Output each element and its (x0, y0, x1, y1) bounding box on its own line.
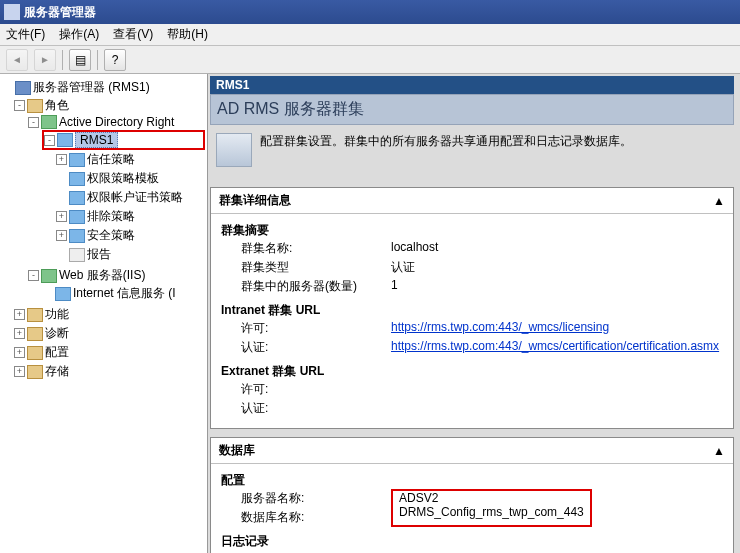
label-certification: 认证: (221, 339, 391, 356)
label-server-count: 群集中的服务器(数量) (221, 278, 391, 295)
section-extranet: Extranet 群集 URL (221, 363, 723, 380)
tree-adrms[interactable]: Active Directory Right (59, 115, 174, 129)
section-config-db: 配置 (221, 472, 723, 489)
expand-icon[interactable]: + (14, 366, 25, 377)
menu-view[interactable]: 查看(V) (113, 26, 153, 43)
section-summary: 群集摘要 (221, 222, 723, 239)
policy-icon (69, 191, 85, 205)
value-cluster-name: localhost (391, 240, 723, 257)
value-ext-licensing (391, 381, 723, 398)
label-licensing: 许可: (221, 320, 391, 337)
server-icon (15, 81, 31, 95)
cluster-detail-panel: 群集详细信息▲ 群集摘要 群集名称:localhost 群集类型认证 群集中的服… (210, 187, 734, 429)
value-db-name: DRMS_Config_rms_twp_com_443 (399, 505, 584, 519)
policy-icon (69, 210, 85, 224)
link-certification[interactable]: https://rms.twp.com:443/_wmcs/certificat… (391, 339, 719, 353)
app-icon (4, 4, 20, 20)
title-bar: 服务器管理器 (0, 0, 740, 24)
tree-diag[interactable]: 诊断 (45, 325, 69, 342)
section-intranet: Intranet 群集 URL (221, 302, 723, 319)
expand-icon[interactable]: - (44, 135, 55, 146)
value-db-server: ADSV2 (399, 491, 584, 505)
expand-icon[interactable]: - (28, 117, 39, 128)
expand-icon[interactable]: + (56, 154, 67, 165)
content-pane: RMS1 AD RMS 服务器群集 配置群集设置。群集中的所有服务器共享通用配置… (208, 74, 740, 553)
label-cluster-type: 群集类型 (221, 259, 391, 276)
menu-bar: 文件(F) 操作(A) 查看(V) 帮助(H) (0, 24, 740, 46)
show-hide-tree-button[interactable]: ▤ (69, 49, 91, 71)
label-db-name: 数据库名称: (221, 509, 391, 526)
label-cluster-name: 群集名称: (221, 240, 391, 257)
config-icon (27, 346, 43, 360)
collapse-icon[interactable]: ▲ (713, 444, 725, 458)
page-description: 配置群集设置。群集中的所有服务器共享通用配置和日志记录数据库。 (260, 133, 632, 150)
tree-trust[interactable]: 信任策略 (87, 151, 135, 168)
cluster-icon (216, 133, 252, 167)
report-icon (69, 248, 85, 262)
help-button[interactable]: ? (104, 49, 126, 71)
tree-rms1[interactable]: RMS1 (75, 132, 118, 148)
storage-icon (27, 365, 43, 379)
label-ext-licensing: 许可: (221, 381, 391, 398)
toolbar-sep (62, 50, 63, 70)
diag-icon (27, 327, 43, 341)
cluster-icon (57, 133, 73, 147)
tree-excl[interactable]: 排除策略 (87, 208, 135, 225)
expand-icon[interactable]: - (28, 270, 39, 281)
tree-iisinfo[interactable]: Internet 信息服务 (I (73, 285, 176, 302)
menu-file[interactable]: 文件(F) (6, 26, 45, 43)
back-button[interactable]: ◄ (6, 49, 28, 71)
panel-title: 群集详细信息 (219, 192, 291, 209)
expand-icon[interactable]: + (56, 230, 67, 241)
policy-icon (69, 172, 85, 186)
expand-icon[interactable]: + (14, 309, 25, 320)
window-title: 服务器管理器 (24, 4, 96, 21)
menu-help[interactable]: 帮助(H) (167, 26, 208, 43)
tree-roles[interactable]: 角色 (45, 97, 69, 114)
page-title: AD RMS 服务器群集 (210, 94, 734, 125)
breadcrumb: RMS1 (210, 76, 734, 94)
policy-icon (69, 229, 85, 243)
tree-feat[interactable]: 功能 (45, 306, 69, 323)
collapse-icon[interactable]: ▲ (713, 194, 725, 208)
tree-cert[interactable]: 权限帐户证书策略 (87, 189, 183, 206)
tree-sec[interactable]: 安全策略 (87, 227, 135, 244)
panel-title: 数据库 (219, 442, 255, 459)
tree-iis[interactable]: Web 服务器(IIS) (59, 267, 145, 284)
iis-icon (41, 269, 57, 283)
tree-conf[interactable]: 配置 (45, 344, 69, 361)
role-icon (27, 99, 43, 113)
tree-stor[interactable]: 存储 (45, 363, 69, 380)
toolbar-sep (97, 50, 98, 70)
toolbar: ◄ ► ▤ ? (0, 46, 740, 74)
nav-tree[interactable]: 服务器管理器 (RMS1) -角色 -Active Directory Righ… (0, 74, 208, 553)
label-db-server: 服务器名称: (221, 490, 391, 507)
expand-icon[interactable]: - (14, 100, 25, 111)
expand-icon[interactable]: + (14, 328, 25, 339)
features-icon (27, 308, 43, 322)
tree-report[interactable]: 报告 (87, 246, 111, 263)
tree-root[interactable]: 服务器管理器 (RMS1) (33, 79, 150, 96)
policy-icon (69, 153, 85, 167)
config-db-highlight: ADSV2 DRMS_Config_rms_twp_com_443 (391, 489, 592, 527)
adrms-icon (41, 115, 57, 129)
value-cluster-type: 认证 (391, 259, 723, 276)
value-server-count: 1 (391, 278, 723, 295)
menu-action[interactable]: 操作(A) (59, 26, 99, 43)
expand-icon[interactable]: + (56, 211, 67, 222)
label-ext-certification: 认证: (221, 400, 391, 417)
value-ext-certification (391, 400, 723, 417)
database-panel: 数据库▲ 配置 服务器名称: 数据库名称: ADSV2 DRMS_Config_… (210, 437, 734, 553)
iis-svc-icon (55, 287, 71, 301)
section-logging-db: 日志记录 (221, 533, 723, 550)
forward-button[interactable]: ► (34, 49, 56, 71)
link-licensing[interactable]: https://rms.twp.com:443/_wmcs/licensing (391, 320, 609, 334)
expand-icon[interactable]: + (14, 347, 25, 358)
tree-tmpl[interactable]: 权限策略模板 (87, 170, 159, 187)
